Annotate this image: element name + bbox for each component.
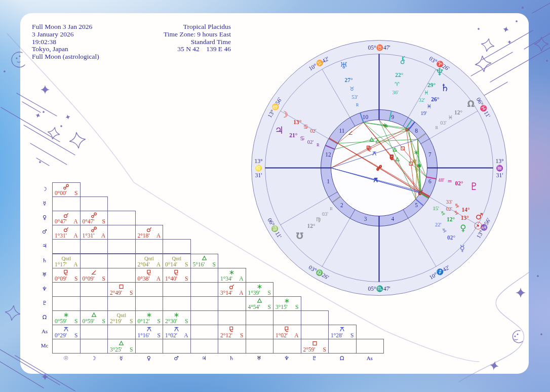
angle-label: 13°♌31' — [254, 158, 263, 178]
planet-label: ♑ — [454, 210, 459, 216]
aspect-phase: A — [239, 276, 243, 282]
neptune-icon: ♆ — [435, 66, 444, 78]
planet-label: 27° — [345, 77, 353, 83]
aspect-cell-venus-moon: 0°47'S — [80, 211, 108, 225]
aspect-phase: S — [74, 276, 77, 282]
house-number: 5 — [415, 202, 418, 208]
aspect-orb: 1°16' — [138, 332, 150, 338]
planet-label: 15' — [433, 206, 440, 211]
planet-label: R — [436, 125, 439, 130]
aspect-cell-asc-mercury — [107, 325, 136, 339]
aspect-marker-quintile: Q — [415, 167, 418, 172]
aspect-orb: 2°12' — [220, 332, 232, 338]
aspect-cell-pluto-saturn — [218, 296, 246, 311]
aspect-grid: ☽0°00'S☿♀0°47'A0°47'S♂1°31'A1°31'A2°18'A… — [38, 182, 388, 365]
aspect-cell-neptune-venus — [135, 282, 164, 297]
aspect-orb: 1°28' — [331, 332, 343, 338]
aspect-orb: 1°31' — [83, 232, 95, 239]
aspect-phase: S — [102, 318, 105, 324]
house-number: 4 — [391, 216, 395, 222]
aspect-orb: 1°17' — [55, 261, 67, 267]
aspect-cell-uranus-venus: 0°38'A — [135, 268, 164, 283]
planet-label: 19' — [420, 110, 427, 116]
house-number: 10 — [363, 114, 369, 120]
planet-label: ♋ — [303, 124, 308, 130]
grid-row-label-asc: As — [38, 328, 51, 334]
aspect-cell-asc-uranus — [246, 325, 274, 339]
aspect-cell-pluto-moon — [80, 296, 108, 311]
aspect-cell-neptune-uranus: 1°39'S — [246, 282, 274, 297]
planet-label: 48' — [438, 177, 445, 183]
planet-label: ♓ — [426, 103, 431, 110]
aspect-cell-mc-mars — [163, 339, 191, 354]
aspect-cell-mars-sun: 1°31'A — [52, 225, 81, 240]
aspect-cell-uranus-moon: 0°09'S — [80, 268, 108, 283]
aspect-cell-mc-pluto: 2°59'S — [301, 339, 329, 354]
aspect-phase: S — [213, 261, 216, 267]
cusp-label: 05°♉47' — [368, 44, 390, 51]
aspect-cell-mc-saturn — [218, 339, 246, 354]
planet-label: 36' — [392, 90, 399, 95]
planet-label: 02° — [455, 180, 464, 186]
planet-label: ♓ — [448, 114, 453, 121]
aspect-phase: A — [239, 290, 243, 296]
aspect-cell-asc-neptune: 1°02'A — [273, 325, 301, 339]
aspect-orb: 3°25' — [110, 346, 122, 352]
aspect-cell-neptune-mercury: 2°49'S — [107, 282, 136, 297]
grid-row-label-venus: ♀ — [38, 214, 51, 221]
aspect-phase: S — [130, 290, 133, 296]
aspect-phase: A — [156, 261, 161, 267]
aspect-phase: S — [295, 304, 298, 310]
aspect-cell-neptune-mars — [163, 282, 191, 297]
aspect-phase: A — [156, 232, 161, 239]
grid-col-label-moon: ☽ — [80, 355, 108, 362]
svg-text:Q: Q — [413, 159, 416, 163]
mars-icon: ♂ — [476, 211, 483, 221]
planet-label: 02° — [447, 234, 456, 241]
aspect-cell-mars-venus: 2°18'A — [135, 225, 164, 240]
planet-label: 21° — [289, 132, 298, 138]
aspect-cell-mc-moon — [80, 339, 108, 354]
aspect-phase: A — [73, 232, 77, 239]
aspect-orb: 1°02' — [276, 332, 288, 338]
aspect-cell-jupiter-moon — [80, 239, 108, 254]
aspect-cell-saturn-moon — [80, 254, 108, 268]
aspect-cell-neptune-saturn: 3°14'A — [218, 282, 246, 297]
aspect-phase: S — [185, 276, 188, 282]
grid-row-label-mars: ♂ — [38, 228, 51, 235]
aspect-cell-uranus-saturn: 1°34'A — [218, 268, 246, 283]
aspect-cell-mc-neptune — [273, 339, 301, 354]
aspect-phase: S — [158, 332, 161, 338]
aspect-phase: A — [294, 332, 298, 338]
aspect-cell-moon-sun: 0°00'S — [52, 182, 81, 197]
aspect-cell-uranus-mars: 1°40'S — [163, 268, 191, 283]
aspect-cell-pluto-venus — [135, 296, 164, 311]
node-icon: Ω — [467, 99, 474, 109]
planet-label: 22' — [435, 222, 442, 227]
planet-label: 12° — [454, 109, 463, 115]
aspect-cell-asc-pluto — [301, 325, 329, 339]
aspect-cell-pluto-sun — [52, 296, 81, 311]
aspect-cell-mercury-moon — [80, 197, 108, 211]
aspect-phase: S — [158, 318, 161, 324]
aspect-orb: 0°47' — [55, 218, 67, 224]
aspect-cell-jupiter-mercury — [107, 239, 136, 254]
aspect-phase: A — [73, 218, 77, 224]
aspect-cell-jupiter-mars — [163, 239, 191, 254]
aspect-orb: 2°19' — [110, 318, 122, 324]
grid-row-label-uranus: ♅ — [38, 271, 51, 278]
aspect-orb: 3°15' — [276, 304, 288, 310]
grid-col-label-jupiter: ♃ — [190, 355, 218, 362]
aspect-cell-neptune-jupiter — [190, 282, 219, 297]
aspect-cell-neptune-sun — [52, 282, 81, 297]
aspect-cell-node-sun: 0°59'S — [52, 310, 81, 325]
planet-label: 13° — [293, 119, 302, 125]
aspect-cell-venus-mercury — [107, 211, 136, 225]
uranus-icon: ♅ — [340, 60, 347, 70]
planet-label: 22° — [395, 72, 404, 78]
planet-label: ♈ — [395, 81, 400, 88]
saturn-icon: ♄ — [440, 82, 449, 94]
aspect-orb: 0°12' — [138, 318, 150, 324]
aspect-phase: S — [240, 332, 243, 338]
planet-label: ♉ — [349, 86, 355, 92]
